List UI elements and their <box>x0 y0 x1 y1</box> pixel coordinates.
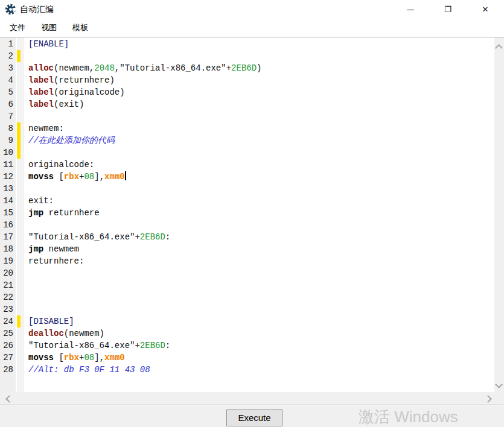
code-line[interactable]: 3 alloc(newmem,2048,"Tutorial-x86_64.exe… <box>0 62 494 74</box>
token-cmt: //Alt: db F3 0F 11 43 08 <box>28 365 150 375</box>
change-marker-cell <box>16 74 24 86</box>
code-line[interactable]: 11 originalcode: <box>0 159 494 171</box>
token-txt: (exit) <box>54 100 84 109</box>
change-marker-cell <box>16 291 24 303</box>
line-number: 24 <box>0 315 16 327</box>
code-text: newmem: <box>24 122 494 134</box>
menu-file[interactable]: 文件 <box>8 21 27 35</box>
line-number: 26 <box>0 340 16 352</box>
code-line[interactable]: 14 exit: <box>0 195 494 207</box>
line-number: 15 <box>0 207 16 219</box>
code-text: originalcode: <box>24 159 494 171</box>
change-marker-cell <box>16 62 24 74</box>
code-text: "Tutorial-x86_64.exe"+2EB6D: <box>24 231 494 243</box>
menu-template[interactable]: 模板 <box>71 21 89 35</box>
code-line[interactable]: 25 dealloc(newmem) <box>0 327 494 340</box>
maximize-button[interactable]: ❐ <box>429 0 467 19</box>
code-text: [DISABLE] <box>24 315 494 327</box>
token-txt: ], <box>94 353 104 362</box>
change-marker-cell <box>16 38 24 50</box>
token-op: jmp <box>28 244 43 254</box>
change-marker-cell <box>16 110 24 122</box>
token-num: 08 <box>84 172 94 182</box>
auto-assembler-editor[interactable]: 1 [ENABLE] 2 3 alloc(newmem,2048,"Tutori… <box>0 37 504 392</box>
code-text <box>24 291 494 303</box>
code-line[interactable]: 5 label(originalcode) <box>0 86 494 98</box>
code-text <box>24 219 494 231</box>
code-line[interactable]: 1 [ENABLE] <box>0 38 494 50</box>
scroll-left-icon[interactable] <box>5 396 10 402</box>
code-text: alloc(newmem,2048,"Tutorial-x86_64.exe"+… <box>24 62 494 74</box>
code-line[interactable]: 7 <box>0 110 494 122</box>
code-line[interactable]: 22 <box>0 291 494 303</box>
bottom-panel: Execute 激活 Windows <box>0 406 504 427</box>
modified-line-marker <box>17 147 21 159</box>
line-number: 6 <box>0 98 16 110</box>
code-line[interactable]: 17 "Tutorial-x86_64.exe"+2EB6D: <box>0 231 494 243</box>
code-line[interactable]: 27 movss [rbx+08],xmm0 <box>0 352 494 364</box>
code-line[interactable]: 19 returnhere: <box>0 255 494 267</box>
change-marker-cell <box>16 255 24 267</box>
code-text <box>24 110 494 122</box>
token-num: 2EB6D <box>140 232 165 242</box>
code-line[interactable]: 20 <box>0 267 494 279</box>
line-number: 28 <box>0 364 16 376</box>
line-number: 3 <box>0 62 16 74</box>
code-line[interactable]: 28 //Alt: db F3 0F 11 43 08 <box>0 364 494 376</box>
code-line[interactable]: 2 <box>0 50 494 62</box>
code-line[interactable]: 16 <box>0 219 494 231</box>
change-marker-cell <box>16 50 24 62</box>
line-number: 1 <box>0 38 16 50</box>
menu-view[interactable]: 视图 <box>40 21 58 35</box>
code-line[interactable]: 4 label(returnhere) <box>0 74 494 86</box>
token-txt: ) <box>257 63 261 73</box>
token-op: jmp <box>28 208 43 218</box>
code-line[interactable]: 23 <box>0 303 494 315</box>
token-txt: (returnhere) <box>54 75 115 85</box>
line-number: 4 <box>0 74 16 86</box>
code-line[interactable]: 8 newmem: <box>0 122 494 134</box>
code-lines: 1 [ENABLE] 2 3 alloc(newmem,2048,"Tutori… <box>0 38 494 376</box>
modified-line-marker <box>17 122 21 134</box>
line-number: 23 <box>0 303 16 315</box>
code-text: "Tutorial-x86_64.exe"+2EB6D: <box>24 340 494 352</box>
code-line[interactable]: 10 <box>0 147 494 159</box>
code-line[interactable]: 24 [DISABLE] <box>0 315 494 327</box>
code-line[interactable]: 26 "Tutorial-x86_64.exe"+2EB6D: <box>0 340 494 352</box>
token-reg: rbx <box>64 353 79 362</box>
change-marker-cell <box>16 315 24 327</box>
scroll-up-icon[interactable] <box>496 43 502 49</box>
code-line[interactable]: 21 <box>0 279 494 291</box>
token-kw: alloc <box>28 63 54 73</box>
code-line[interactable]: 15 jmp returnhere <box>0 207 494 219</box>
code-text: label(exit) <box>24 98 494 110</box>
code-text: returnhere: <box>24 255 494 267</box>
code-text <box>24 147 494 159</box>
minimize-button[interactable]: — <box>392 0 429 19</box>
token-txt: [ <box>54 172 64 182</box>
change-marker-cell <box>16 327 24 340</box>
vertical-scrollbar[interactable] <box>494 37 504 392</box>
scroll-down-icon[interactable] <box>496 382 502 387</box>
title-bar: 自动汇编 — ❐ ✕ <box>0 0 504 19</box>
token-sec: [DISABLE] <box>28 317 74 326</box>
code-text: jmp returnhere <box>24 207 494 219</box>
scroll-right-icon[interactable] <box>485 396 491 402</box>
code-line[interactable]: 18 jmp newmem <box>0 243 494 255</box>
change-marker-cell <box>16 159 24 171</box>
horizontal-scrollbar[interactable] <box>0 392 504 405</box>
token-op: movss <box>28 172 54 182</box>
token-txt: originalcode: <box>28 160 94 169</box>
code-line[interactable]: 6 label(exit) <box>0 98 494 110</box>
line-number: 2 <box>0 50 16 62</box>
cheat-engine-gear-icon <box>5 4 16 15</box>
line-number: 22 <box>0 291 16 303</box>
code-line[interactable]: 9 //在此处添加你的代码 <box>0 134 494 147</box>
code-line[interactable]: 12 movss [rbx+08],xmm0 <box>0 171 494 183</box>
line-number: 9 <box>0 134 16 147</box>
close-button[interactable]: ✕ <box>467 0 504 19</box>
execute-button[interactable]: Execute <box>226 410 282 426</box>
code-line[interactable]: 13 <box>0 183 494 195</box>
code-text <box>24 279 494 291</box>
change-marker-cell <box>16 207 24 219</box>
